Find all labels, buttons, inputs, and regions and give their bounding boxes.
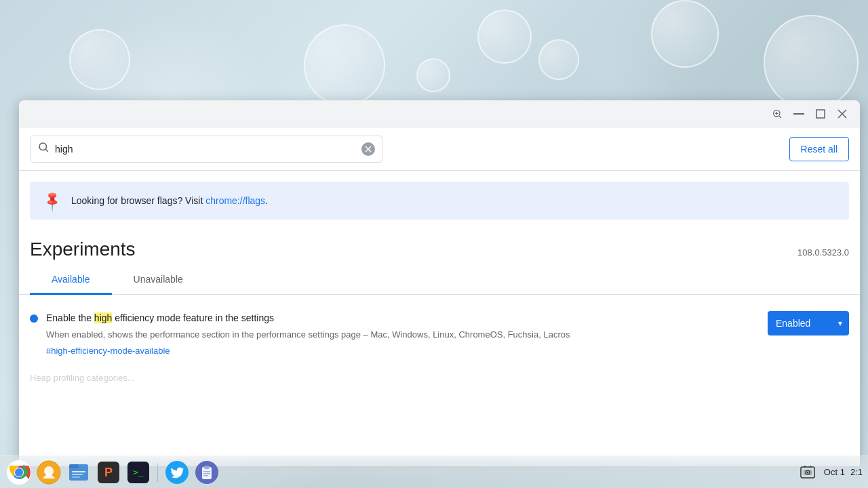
taskbar-right: Oct 1 2:1 [797, 462, 863, 483]
experiment-dropdown[interactable]: Default Enabled Disabled [768, 311, 849, 336]
bubble-decoration [304, 24, 385, 106]
bubble-decoration [69, 29, 130, 90]
zoom-button[interactable] [768, 104, 787, 123]
clear-search-button[interactable] [361, 142, 375, 156]
svg-rect-21 [72, 474, 83, 475]
experiment-header: Enable the high efficiency mode feature … [30, 311, 849, 357]
svg-text:P: P [104, 466, 113, 479]
svg-rect-31 [203, 471, 210, 472]
svg-point-15 [15, 468, 23, 476]
taskbar-twitter-icon[interactable] [163, 459, 191, 486]
svg-rect-32 [203, 473, 210, 474]
experiment-item: Enable the high efficiency mode feature … [19, 306, 860, 367]
svg-line-1 [779, 116, 781, 118]
page-title: Experiments [30, 239, 136, 260]
svg-text:>_: >_ [133, 467, 144, 477]
svg-rect-33 [203, 475, 208, 476]
svg-rect-19 [69, 464, 79, 468]
search-container: high [30, 136, 382, 163]
svg-rect-20 [72, 471, 85, 472]
taskbar-files-icon[interactable] [65, 459, 92, 486]
status-dot [30, 314, 38, 323]
taskbar-chrome-icon[interactable] [5, 459, 33, 486]
bubble-decoration [651, 0, 719, 68]
title-bar [19, 100, 860, 127]
maximize-button[interactable] [811, 104, 830, 123]
svg-rect-4 [793, 113, 804, 115]
tab-unavailable[interactable]: Unavailable [112, 266, 205, 295]
svg-rect-5 [816, 110, 825, 118]
bubble-decoration [538, 39, 579, 80]
svg-point-39 [807, 471, 808, 472]
banner-text: Looking for browser flags? Visit chrome:… [71, 195, 268, 206]
taskbar-time: 2:1 [850, 467, 863, 477]
toolbar: high Reset all [19, 127, 860, 171]
svg-rect-30 [204, 466, 210, 469]
svg-point-8 [39, 143, 47, 150]
search-input[interactable]: high [55, 144, 356, 155]
dropdown-wrapper: Default Enabled Disabled ▾ [768, 311, 849, 336]
svg-point-17 [44, 466, 54, 476]
taskbar-clipboard-icon[interactable] [193, 459, 220, 486]
experiment-info: Enable the high efficiency mode feature … [46, 311, 757, 357]
search-icon [37, 141, 50, 157]
taskbar: P >_ [0, 455, 868, 488]
svg-rect-22 [72, 476, 80, 478]
pin-icon: 📌 [40, 189, 64, 213]
experiment-left: Enable the high efficiency mode feature … [30, 311, 757, 357]
bubble-decoration [416, 58, 450, 92]
info-banner: 📌 Looking for browser flags? Visit chrom… [30, 182, 849, 220]
taskbar-app-icon[interactable] [35, 459, 62, 486]
page-header: Experiments 108.0.5323.0 [19, 225, 860, 266]
experiment-title: Enable the high efficiency mode feature … [46, 311, 757, 325]
taskbar-terminal-icon[interactable]: >_ [125, 459, 152, 486]
content-area: 📌 Looking for browser flags? Visit chrom… [19, 171, 860, 466]
faded-experiment: Heap profiling categories... [19, 367, 860, 388]
experiment-description: When enabled, shows the performance sect… [46, 328, 757, 342]
taskbar-divider [157, 463, 158, 482]
version-text: 108.0.5323.0 [797, 247, 849, 258]
tab-available[interactable]: Available [30, 266, 112, 295]
window-controls [768, 104, 852, 123]
bubble-decoration [477, 9, 532, 64]
bubble-decoration [764, 15, 859, 110]
chrome-flags-link[interactable]: chrome://flags [205, 195, 265, 206]
highlight-text: high [94, 312, 112, 323]
svg-line-9 [45, 149, 47, 151]
close-button[interactable] [833, 104, 852, 123]
reset-all-button[interactable]: Reset all [789, 137, 849, 161]
taskbar-date: Oct 1 [824, 467, 845, 477]
minimize-button[interactable] [789, 104, 808, 123]
tabs-container: Available Unavailable [19, 266, 860, 295]
experiment-link[interactable]: #high-efficiency-mode-available [46, 346, 170, 356]
screenshot-tray-icon[interactable] [797, 462, 818, 483]
taskbar-camera-icon[interactable]: P [95, 459, 122, 486]
taskbar-clock: Oct 1 [824, 467, 845, 477]
browser-window: high Reset all 📌 Looking for browser fla… [19, 100, 860, 466]
